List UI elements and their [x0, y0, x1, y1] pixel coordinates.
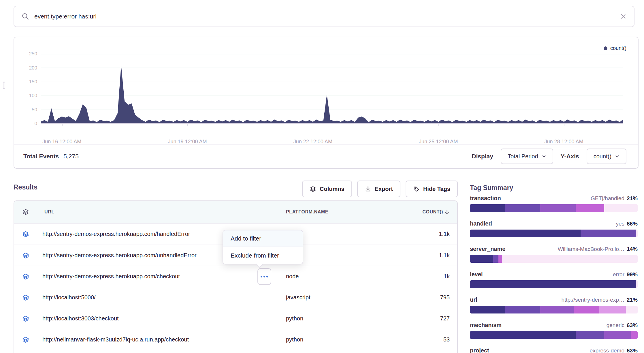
url-cell[interactable]: http://localhost:5000/: [37, 294, 280, 301]
count-cell[interactable]: 727: [409, 315, 458, 322]
yaxis-dropdown-value: count(): [594, 153, 611, 160]
display-dropdown[interactable]: Total Period: [501, 149, 553, 164]
tag-bar-segment[interactable]: [470, 204, 505, 212]
tag-bar-segment[interactable]: [576, 204, 604, 212]
x-axis-tickmark: [62, 124, 63, 126]
tag-name[interactable]: mechanism: [470, 322, 502, 328]
menu-item-exclude-from-filter[interactable]: Exclude from filter: [223, 247, 303, 264]
tag-percent: 21%: [627, 195, 638, 202]
url-cell[interactable]: http://localhost:3003/checkout: [37, 315, 280, 322]
tag-bar-segment[interactable]: [636, 230, 638, 237]
tag-bar-segment[interactable]: [470, 331, 576, 339]
x-axis-tickmark: [438, 124, 439, 126]
tag-bar-segment[interactable]: [493, 255, 498, 263]
event-count-chart[interactable]: [41, 48, 623, 124]
tag-top-value[interactable]: Williams-MacBook-Pro.lo…: [558, 246, 624, 252]
tag-distribution-bar: [470, 204, 638, 212]
cell-actions-menu: Add to filter Exclude from filter: [223, 230, 303, 264]
search-input[interactable]: event.type:error has:url: [34, 13, 615, 20]
tag-bar-segment[interactable]: [604, 331, 631, 339]
header-count[interactable]: COUNT(): [422, 209, 450, 215]
tag-bar-segment[interactable]: [505, 204, 540, 212]
tag-name[interactable]: handled: [470, 220, 492, 227]
tag-top-value[interactable]: GET|/handled: [591, 195, 624, 202]
tag-bar-segment[interactable]: [505, 306, 540, 313]
platform-cell[interactable]: python: [280, 336, 409, 343]
tag-bar-segment[interactable]: [502, 255, 638, 263]
count-cell[interactable]: 53: [409, 336, 458, 343]
panel-drag-handle[interactable]: [3, 82, 5, 89]
tag-bar-segment[interactable]: [631, 331, 638, 339]
x-axis-tickmark: [564, 124, 564, 126]
dot-icon: [266, 276, 268, 277]
tag-bar-segment[interactable]: [574, 306, 599, 313]
y-axis-tick-label: 200: [19, 65, 37, 71]
tag-bar-segment[interactable]: [540, 204, 575, 212]
layers-icon: [22, 294, 29, 301]
chevron-down-icon: [615, 154, 619, 159]
tag-top-value[interactable]: http://sentry-demos-exp…: [561, 297, 624, 303]
count-cell[interactable]: 795: [409, 294, 458, 301]
tag-entry: url http://sentry-demos-exp… 21%: [470, 296, 638, 313]
tag-top-value[interactable]: error: [613, 271, 624, 278]
tag-bar-segment[interactable]: [576, 331, 604, 339]
chart-footer: Total Events 5,275 Display Total Period …: [14, 144, 638, 168]
tag-top-value[interactable]: yes: [616, 221, 624, 227]
tag-bar-segment[interactable]: [581, 230, 636, 237]
tag-distribution-bar: [470, 331, 638, 339]
header-platform[interactable]: PLATFORM.NAME: [280, 209, 409, 215]
tag-name[interactable]: server_name: [470, 246, 505, 252]
url-cell[interactable]: http://neilmanvar-flask-m3uuizd7iq-uc.a.…: [37, 336, 280, 343]
tag-bar-segment[interactable]: [626, 306, 638, 313]
tag-distribution-bar: [470, 280, 638, 288]
platform-cell[interactable]: javascript: [280, 294, 409, 301]
tag-distribution-bar: [470, 306, 638, 313]
search-bar[interactable]: event.type:error has:url: [14, 6, 634, 27]
columns-button[interactable]: Columns: [302, 181, 352, 197]
menu-item-add-to-filter[interactable]: Add to filter: [223, 230, 303, 247]
tag-distribution-bar: [470, 255, 638, 263]
layers-icon: [22, 252, 29, 259]
tag-bar-segment[interactable]: [604, 204, 638, 212]
tag-entry: level error 99%: [470, 271, 638, 288]
close-icon[interactable]: [620, 13, 626, 20]
count-cell[interactable]: 1.1k: [409, 252, 458, 259]
tag-bar-segment[interactable]: [540, 306, 574, 313]
tag-bar-segment[interactable]: [470, 306, 505, 313]
url-cell[interactable]: http://sentry-demos-express.herokuapp.co…: [37, 273, 280, 280]
platform-cell[interactable]: python: [280, 315, 409, 322]
layers-icon: [22, 273, 29, 280]
x-axis-tickmark: [313, 124, 313, 126]
header-url[interactable]: URL: [37, 209, 280, 215]
tag-bar-segment[interactable]: [498, 255, 502, 263]
tag-bar-segment[interactable]: [470, 230, 581, 237]
tag-bar-segment[interactable]: [470, 280, 636, 288]
tag-bar-segment[interactable]: [636, 280, 638, 288]
tag-name[interactable]: url: [470, 296, 477, 303]
export-button-label: Export: [375, 186, 393, 192]
yaxis-dropdown[interactable]: count(): [587, 149, 626, 164]
y-axis-tick-label: 0: [19, 121, 37, 127]
tag-name[interactable]: transaction: [470, 195, 501, 202]
tag-top-value[interactable]: generic: [607, 322, 624, 328]
y-axis-tick-label: 250: [19, 51, 37, 57]
count-cell[interactable]: 1.1k: [409, 231, 458, 237]
total-events-value: 5,275: [63, 153, 79, 160]
x-axis-tickmarks: [41, 124, 623, 127]
count-cell[interactable]: 1k: [409, 273, 458, 280]
platform-cell[interactable]: node: [280, 273, 409, 280]
x-axis-tickmark: [187, 124, 188, 126]
tag-top-value[interactable]: express-demo: [590, 348, 624, 353]
tag-percent: 21%: [627, 297, 638, 303]
layers-icon: [22, 336, 29, 343]
tag-name[interactable]: level: [470, 271, 483, 278]
tag-name[interactable]: project: [470, 347, 489, 353]
layers-icon: [22, 209, 29, 215]
hide-tags-button[interactable]: Hide Tags: [406, 181, 458, 197]
export-button[interactable]: Export: [357, 181, 400, 197]
tag-bar-segment[interactable]: [599, 306, 626, 313]
cell-actions-button[interactable]: [257, 268, 271, 285]
tag-bar-segment[interactable]: [470, 255, 493, 263]
dot-icon: [261, 276, 262, 277]
columns-button-label: Columns: [320, 186, 344, 192]
